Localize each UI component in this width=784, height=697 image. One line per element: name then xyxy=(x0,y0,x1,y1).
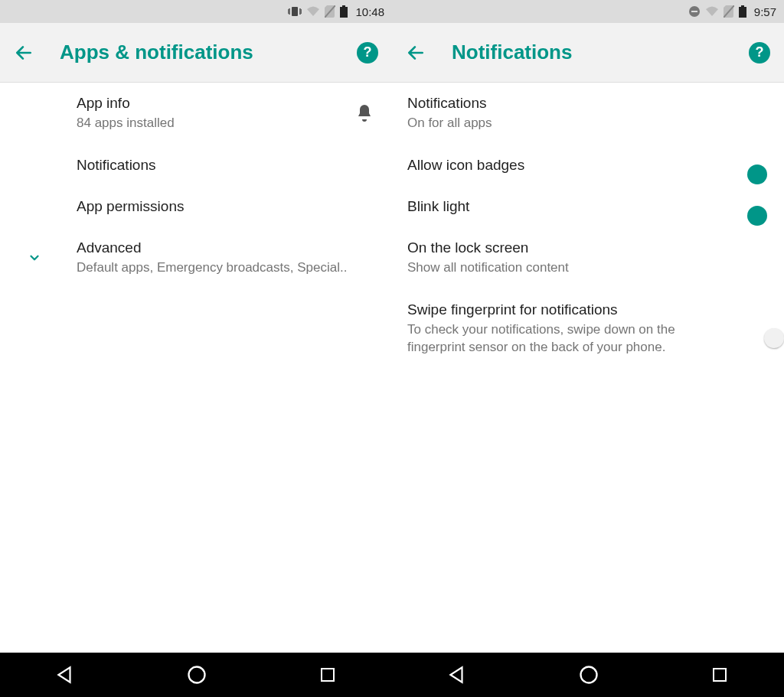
wifi-icon xyxy=(705,6,719,17)
back-button[interactable] xyxy=(14,43,34,63)
back-button[interactable] xyxy=(406,43,426,63)
app-bar: Notifications ? xyxy=(392,23,784,83)
row-app-permissions[interactable]: App permissions xyxy=(0,186,392,227)
svg-rect-12 xyxy=(714,669,726,681)
nav-recent-button[interactable] xyxy=(710,666,729,684)
vibrate-icon xyxy=(288,6,302,17)
row-advanced[interactable]: Advanced Default apps, Emergency broadca… xyxy=(0,227,392,289)
status-bar: 10:48 xyxy=(0,0,392,23)
row-title: Swipe fingerprint for notifications xyxy=(407,301,723,318)
battery-icon xyxy=(739,5,746,18)
no-sim-icon xyxy=(724,5,734,18)
status-time: 10:48 xyxy=(355,5,384,18)
svg-rect-0 xyxy=(292,7,298,16)
row-title: Blink light xyxy=(407,198,735,215)
row-notifications[interactable]: Notifications xyxy=(0,145,392,186)
chevron-down-icon xyxy=(28,251,41,265)
nav-bar xyxy=(392,653,784,697)
row-subtitle: To check your notifications, swipe down … xyxy=(407,321,723,357)
page-title: Apps & notifications xyxy=(60,41,357,64)
svg-rect-5 xyxy=(322,669,334,681)
page-title: Notifications xyxy=(452,41,749,64)
svg-rect-3 xyxy=(340,7,348,18)
phone-right: 9:57 Notifications ? Notifications On fo… xyxy=(392,0,784,697)
svg-rect-9 xyxy=(741,5,744,7)
settings-list: Notifications On for all apps Allow icon… xyxy=(392,83,784,653)
status-bar: 9:57 xyxy=(392,0,784,23)
row-title: On the lock screen xyxy=(407,239,769,256)
wifi-icon xyxy=(306,6,320,17)
nav-home-button[interactable] xyxy=(186,664,207,686)
row-swipe-fingerprint[interactable]: Swipe fingerprint for notifications To c… xyxy=(392,289,784,369)
row-title: App info xyxy=(77,95,343,112)
svg-point-11 xyxy=(580,667,596,683)
svg-rect-10 xyxy=(739,7,746,18)
dnd-icon xyxy=(688,5,701,18)
help-button[interactable]: ? xyxy=(357,42,378,64)
svg-rect-7 xyxy=(691,11,697,12)
row-subtitle: Default apps, Emergency broadcasts, Spec… xyxy=(77,259,377,277)
no-sim-icon xyxy=(325,5,335,18)
row-notifications[interactable]: Notifications On for all apps xyxy=(392,83,784,145)
row-subtitle: On for all apps xyxy=(407,115,769,132)
nav-home-button[interactable] xyxy=(578,664,599,686)
nav-bar xyxy=(0,653,392,697)
settings-list: App info 84 apps installed Notifications… xyxy=(0,83,392,653)
row-title: Notifications xyxy=(77,157,377,174)
help-button[interactable]: ? xyxy=(749,42,770,64)
nav-back-button[interactable] xyxy=(55,665,75,685)
battery-icon xyxy=(340,5,348,18)
row-title: Advanced xyxy=(77,239,377,256)
phone-left: 10:48 Apps & notifications ? App info 84… xyxy=(0,0,392,697)
status-time: 9:57 xyxy=(754,5,776,18)
row-app-info[interactable]: App info 84 apps installed xyxy=(0,83,392,145)
row-title: App permissions xyxy=(77,198,377,215)
app-bar: Apps & notifications ? xyxy=(0,23,392,83)
row-blink-light[interactable]: Blink light xyxy=(392,186,784,227)
svg-point-4 xyxy=(188,667,204,683)
row-title: Notifications xyxy=(407,95,769,112)
svg-rect-2 xyxy=(342,5,345,7)
row-lock-screen[interactable]: On the lock screen Show all notification… xyxy=(392,227,784,289)
row-subtitle: 84 apps installed xyxy=(77,115,343,132)
row-allow-icon-badges[interactable]: Allow icon badges xyxy=(392,145,784,186)
nav-recent-button[interactable] xyxy=(318,666,337,684)
row-subtitle: Show all notification content xyxy=(407,259,769,277)
bell-icon xyxy=(355,103,374,123)
row-title: Allow icon badges xyxy=(407,157,735,174)
nav-back-button[interactable] xyxy=(447,665,467,685)
